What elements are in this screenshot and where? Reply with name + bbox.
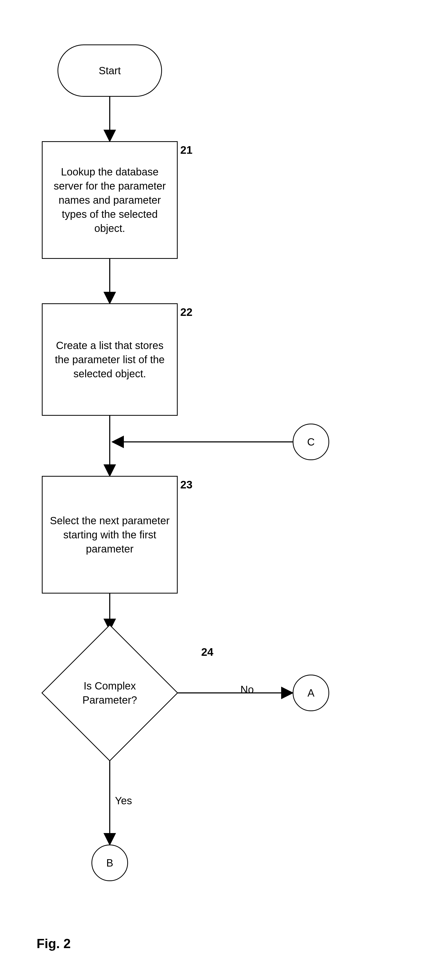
process-23-text: Select the next parameter starting with … bbox=[48, 514, 172, 556]
process-22: Create a list that stores the parameter … bbox=[42, 303, 178, 416]
figure-label: Fig. 2 bbox=[36, 936, 71, 951]
process-22-text: Create a list that stores the parameter … bbox=[48, 338, 172, 381]
connector-c-label: C bbox=[307, 435, 315, 449]
process-21-text: Lookup the database server for the param… bbox=[48, 165, 172, 235]
connector-a-label: A bbox=[308, 686, 315, 700]
ref-24: 24 bbox=[201, 646, 214, 659]
connector-a: A bbox=[293, 675, 329, 711]
edge-label-no: No bbox=[240, 684, 254, 695]
connector-b: B bbox=[92, 845, 128, 881]
start-terminator: Start bbox=[57, 45, 162, 97]
ref-23: 23 bbox=[180, 479, 193, 491]
edge-label-yes: Yes bbox=[115, 795, 132, 807]
ref-21: 21 bbox=[180, 144, 193, 156]
process-21: Lookup the database server for the param… bbox=[42, 141, 178, 259]
process-23: Select the next parameter starting with … bbox=[42, 476, 178, 593]
decision-24-text: Is Complex Parameter? bbox=[65, 679, 154, 707]
decision-24: Is Complex Parameter? bbox=[42, 625, 178, 761]
ref-22: 22 bbox=[180, 306, 193, 318]
start-label: Start bbox=[99, 64, 121, 78]
connector-b-label: B bbox=[106, 856, 113, 870]
connector-c: C bbox=[293, 423, 329, 460]
